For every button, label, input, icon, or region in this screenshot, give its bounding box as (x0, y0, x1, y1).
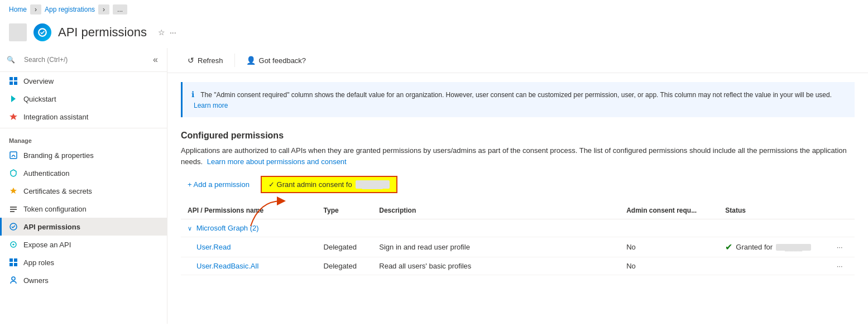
table-row: User.Read Delegated Sign in and read use… (181, 237, 855, 257)
section-description: Applications are authorized to call APIs… (181, 145, 855, 167)
expose-api-icon (9, 240, 18, 249)
permission-desc-1: Sign in and read user profile (372, 237, 558, 257)
breadcrumb-app-registrations[interactable]: App registrations (45, 6, 95, 13)
refresh-label: Refresh (198, 56, 223, 65)
permission-user-readbasic-link[interactable]: User.ReadBasic.All (196, 262, 258, 270)
search-input[interactable] (20, 54, 146, 66)
col-type: Type (317, 202, 373, 219)
sidebar-item-app-roles-label: App roles (23, 258, 54, 267)
granted-check-icon: ✔ (725, 242, 732, 252)
sidebar-item-authentication[interactable]: Authentication (0, 164, 167, 182)
svg-rect-13 (14, 258, 17, 262)
app-roles-icon (9, 258, 18, 267)
add-permission-label: + Add a permission (188, 180, 250, 189)
sidebar-item-overview[interactable]: Overview (0, 72, 167, 90)
svg-rect-9 (10, 211, 15, 212)
content-area: Configured permissions Applications are … (167, 126, 868, 280)
sidebar-item-api-permissions-label: API permissions (23, 223, 80, 231)
sidebar-item-app-roles[interactable]: App roles (0, 253, 167, 271)
add-permission-button[interactable]: + Add a permission (181, 177, 256, 192)
svg-rect-3 (9, 82, 13, 85)
status-2 (718, 257, 829, 275)
quickstart-icon (9, 94, 18, 103)
sidebar-item-token[interactable]: Token configuration (0, 200, 167, 218)
permission-type-1: Delegated (317, 237, 373, 257)
sidebar-divider (0, 128, 167, 128)
integration-icon (9, 112, 18, 121)
sidebar-item-quickstart-label: Quickstart (23, 95, 56, 103)
row-more-actions-2[interactable]: ··· (830, 257, 855, 275)
owners-icon (9, 276, 18, 285)
sidebar-item-certificates[interactable]: Certificates & secrets (0, 182, 167, 200)
action-bar: + Add a permission ✓ Grant admin consent… (181, 176, 855, 193)
sidebar-item-integration-label: Integration assistant (23, 113, 88, 121)
sidebar-item-token-label: Token configuration (23, 205, 87, 213)
admin-consent-1: No (620, 237, 718, 257)
refresh-icon: ↺ (188, 56, 194, 65)
svg-rect-14 (9, 263, 13, 266)
page-title: API permissions (58, 25, 147, 40)
svg-point-16 (12, 277, 15, 280)
sidebar-item-integration[interactable]: Integration assistant (0, 108, 167, 126)
grant-consent-button[interactable]: ✓ Grant admin consent fo ████ (261, 176, 397, 193)
sidebar-item-api-permissions[interactable]: API permissions (0, 218, 167, 236)
page-header-actions: ☆ ··· (158, 28, 176, 37)
more-icon[interactable]: ··· (170, 28, 176, 37)
breadcrumb: Home › App registrations › ... (0, 0, 868, 19)
info-learn-more-link[interactable]: Learn more (194, 102, 228, 109)
svg-rect-4 (14, 82, 17, 85)
svg-rect-8 (10, 209, 17, 210)
permission-desc-2: Read all users' basic profiles (372, 257, 558, 275)
search-icon: 🔍 (7, 56, 15, 64)
info-banner-text: The "Admin consent required" column show… (200, 91, 832, 99)
svg-rect-15 (14, 263, 17, 266)
manage-section-label: Manage (0, 131, 167, 146)
info-banner: ℹ The "Admin consent required" column sh… (181, 82, 855, 117)
row-more-actions-1[interactable]: ··· (830, 237, 855, 257)
breadcrumb-sep2: › (98, 4, 109, 15)
permission-user-read-link[interactable]: User.Read (196, 243, 231, 251)
breadcrumb-sep1: › (30, 4, 41, 15)
pin-icon[interactable]: ☆ (158, 28, 165, 37)
svg-rect-1 (9, 77, 13, 80)
sidebar-item-branding[interactable]: Branding & properties (0, 146, 167, 164)
api-permissions-icon (33, 23, 51, 41)
sidebar-item-overview-label: Overview (23, 77, 54, 85)
sidebar-item-expose-api-label: Expose an API (23, 241, 71, 249)
main-content: ↺ Refresh 👤 Got feedback? ℹ The "Admin c… (167, 48, 868, 324)
svg-rect-2 (14, 77, 17, 80)
granted-redacted: ████ (776, 244, 811, 251)
granted-text: Granted for (736, 243, 773, 251)
info-icon: ℹ (191, 90, 194, 99)
col-actions (830, 202, 855, 219)
page-header: API permissions ☆ ··· (0, 19, 868, 48)
grant-consent-label: ✓ Grant admin consent fo (268, 180, 352, 189)
breadcrumb-app-id: ... (113, 4, 127, 15)
breadcrumb-home[interactable]: Home (9, 6, 27, 13)
learn-more-link[interactable]: Learn more about permissions and consent (207, 157, 347, 166)
sidebar-item-expose-api[interactable]: Expose an API (0, 236, 167, 253)
collapse-sidebar-button[interactable]: « (151, 52, 160, 67)
status-1: ✔ Granted for ████ (718, 237, 829, 257)
sidebar-item-quickstart[interactable]: Quickstart (0, 90, 167, 108)
certificates-icon (9, 186, 18, 195)
api-permissions-sidebar-icon (9, 222, 18, 231)
feedback-button[interactable]: 👤 Got feedback? (239, 52, 313, 68)
col-admin-consent: Admin consent requ... (620, 202, 718, 219)
sidebar-item-authentication-label: Authentication (23, 169, 69, 178)
token-icon (9, 204, 18, 213)
refresh-button[interactable]: ↺ Refresh (181, 52, 230, 68)
arrow-indicator (248, 195, 292, 229)
svg-marker-5 (11, 95, 16, 102)
feedback-icon: 👤 (246, 56, 256, 65)
permission-type-2: Delegated (317, 257, 373, 275)
group-expand-icon: ∨ (188, 225, 192, 232)
sidebar-item-owners-label: Owners (23, 276, 49, 285)
toolbar: ↺ Refresh 👤 Got feedback? (167, 48, 868, 73)
sidebar-item-owners[interactable]: Owners (0, 271, 167, 289)
admin-consent-2: No (620, 257, 718, 275)
svg-rect-12 (9, 258, 13, 262)
toolbar-divider (234, 54, 235, 67)
section-title: Configured permissions (181, 131, 855, 141)
branding-icon (9, 151, 18, 160)
